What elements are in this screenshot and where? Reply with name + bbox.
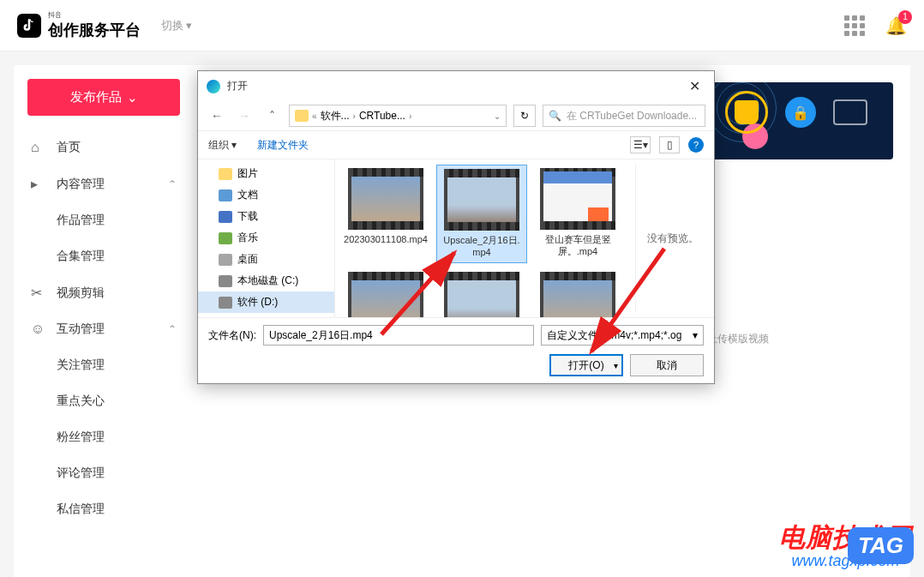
envelope-icon — [833, 99, 867, 125]
new-folder-button[interactable]: 新建文件夹 — [257, 138, 309, 153]
sidebar-item-videocut[interactable]: ✂ 视频剪辑 — [14, 274, 194, 311]
switch-link[interactable]: 切换 ▾ — [161, 18, 192, 33]
tree-desktop[interactable]: 桌面 — [198, 249, 334, 270]
tree-downloads[interactable]: 下载 — [198, 206, 334, 227]
folder-icon — [295, 110, 309, 122]
publish-button[interactable]: 发布作品 ⌄ — [27, 79, 180, 116]
sidebar-item-interact[interactable]: ☺ 互动管理 ⌃ — [14, 311, 194, 347]
tag-badge: TAG — [848, 527, 914, 564]
cancel-button[interactable]: 取消 — [630, 354, 704, 376]
logo-title: 创作服务平台 — [48, 20, 141, 40]
watermark: 电脑技术网 www.tagxp.com TAG — [779, 520, 912, 570]
home-icon: ⌂ — [31, 140, 46, 155]
up-arrow-icon[interactable]: ˄ — [261, 105, 282, 126]
view-mode-button[interactable]: ☰▾ — [630, 136, 651, 153]
dialog-title: 打开 — [227, 79, 248, 93]
sidebar-item-content[interactable]: ▸ 内容管理 ⌃ — [14, 165, 194, 202]
chat-icon: ☺ — [31, 322, 46, 337]
lock-icon: 🔒 — [785, 97, 816, 128]
chevron-down-icon: ▾ — [186, 19, 192, 32]
sidebar-item-collections[interactable]: 合集管理 — [14, 238, 194, 274]
sidebar: 发布作品 ⌄ ⌂ 首页 ▸ 内容管理 ⌃ 作品管理 合集管理 ✂ 视频剪辑 ☺ … — [14, 65, 194, 577]
notification-badge: 1 — [898, 10, 912, 24]
chevron-up-icon: ⌃ — [168, 178, 177, 190]
bell-icon[interactable]: 🔔1 — [885, 15, 907, 36]
chevron-up-icon: ⌃ — [168, 323, 177, 335]
file-item[interactable]: 202303011108.mp4 — [340, 165, 431, 263]
file-open-dialog: 打开 ✕ ← → ˄ « 软件... › CRTube... › ⌄ ↻ 🔍 在… — [197, 70, 715, 384]
sidebar-item-fans[interactable]: 粉丝管理 — [14, 419, 194, 455]
scissors-icon: ✂ — [31, 285, 46, 301]
organize-menu[interactable]: 组织 ▾ — [208, 138, 237, 153]
file-item[interactable] — [340, 268, 431, 317]
sidebar-item-follow[interactable]: 关注管理 — [14, 347, 194, 383]
tree-pictures[interactable]: 图片 — [198, 163, 334, 184]
tree-documents[interactable]: 文档 — [198, 184, 334, 206]
apps-grid-icon[interactable] — [844, 15, 865, 36]
refresh-button[interactable]: ↻ — [513, 105, 536, 127]
sidebar-item-comment[interactable]: 评论管理 — [14, 455, 194, 491]
preview-pane-button[interactable]: ▯ — [659, 136, 680, 153]
logo-area: 抖音 创作服务平台 切换 ▾ — [17, 10, 192, 40]
play-square-icon: ▸ — [31, 176, 46, 192]
sidebar-item-focus[interactable]: 重点关心 — [14, 383, 194, 419]
file-item-selected[interactable]: Upscale_2月16日.mp4 — [436, 165, 527, 263]
logo-subtitle: 抖音 — [48, 10, 141, 20]
search-input[interactable]: 🔍 在 CRTubeGet Downloade... — [543, 105, 705, 127]
sidebar-item-home[interactable]: ⌂ 首页 — [14, 129, 194, 165]
top-header: 抖音 创作服务平台 切换 ▾ 🔔1 — [0, 0, 924, 51]
file-item[interactable] — [436, 268, 527, 317]
path-breadcrumb[interactable]: « 软件... › CRTube... › ⌄ — [289, 105, 507, 127]
file-filter-select[interactable]: 自定义文件 (*.m4v;*.mp4;*.og — [541, 325, 704, 346]
file-item[interactable] — [532, 268, 623, 317]
sidebar-item-dm[interactable]: 私信管理 — [14, 491, 194, 527]
search-icon: 🔍 — [549, 110, 561, 122]
sidebar-item-works[interactable]: 作品管理 — [14, 202, 194, 238]
help-icon[interactable]: ? — [688, 137, 704, 153]
back-arrow-icon[interactable]: ← — [207, 105, 227, 126]
file-item[interactable]: 登山赛车但是竖屏。.mp4 — [532, 165, 623, 263]
file-grid: 202303011108.mp4 Upscale_2月16日.mp4 登山赛车但… — [340, 165, 632, 312]
edge-browser-icon — [207, 80, 220, 93]
dialog-nav: ← → ˄ « 软件... › CRTube... › ⌄ ↻ 🔍 在 CRTu… — [198, 101, 714, 131]
tree-disk-d[interactable]: 软件 (D:) — [198, 292, 334, 313]
dialog-titlebar: 打开 ✕ — [198, 71, 714, 101]
open-button[interactable]: 打开(O)▾ — [549, 354, 623, 376]
chevron-down-icon: ⌄ — [127, 90, 138, 105]
filename-label: 文件名(N): — [208, 328, 256, 343]
forward-arrow-icon[interactable]: → — [234, 105, 255, 126]
trophy-icon — [725, 91, 768, 134]
tree-disk-c[interactable]: 本地磁盘 (C:) — [198, 270, 334, 292]
dialog-toolbar: 组织 ▾ 新建文件夹 ☰▾ ▯ ? — [198, 131, 714, 159]
folder-tree: 图片 文档 下载 音乐 桌面 本地磁盘 (C:) 软件 (D:) — [198, 159, 335, 317]
douyin-logo-icon — [17, 14, 41, 38]
close-icon[interactable]: ✕ — [684, 78, 705, 94]
filename-input[interactable] — [263, 325, 534, 346]
preview-pane: 没有预览。 — [635, 165, 709, 312]
tree-music[interactable]: 音乐 — [198, 227, 334, 249]
